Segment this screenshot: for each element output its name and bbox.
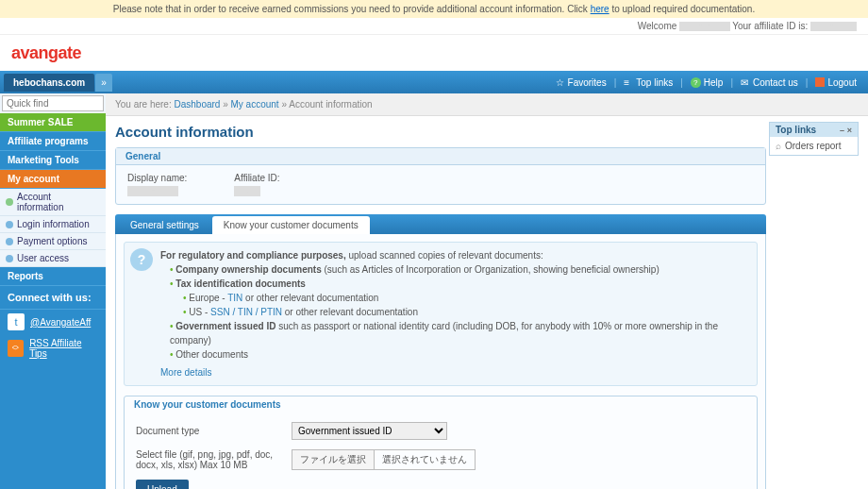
tab-general[interactable]: General settings (119, 216, 210, 234)
site-tab-add[interactable]: » (95, 74, 112, 92)
nav-logout[interactable]: Logout (815, 77, 857, 88)
sub-payment[interactable]: Payment options (0, 233, 106, 250)
search-icon (776, 141, 781, 151)
dot-icon (6, 221, 13, 228)
display-name-value: x (127, 186, 178, 196)
tin-link[interactable]: TIN (227, 293, 242, 303)
sub-account-info[interactable]: Account information (0, 189, 106, 216)
info-box: ? For regulatory and compliance purposes… (124, 242, 758, 386)
welcome-affid: xx (810, 22, 857, 31)
connect-rss[interactable]: ⌔RSS Affiliate Tips (0, 334, 106, 363)
toplinks-panel: Top links– × Orders report (769, 122, 859, 156)
nav-contact[interactable]: Contact us (741, 77, 798, 88)
nav-favorites[interactable]: Favorites (556, 77, 607, 88)
more-details-link[interactable]: More details (160, 365, 211, 379)
list-icon (624, 77, 633, 87)
sidebar-item-affiliate[interactable]: Affiliate programs (0, 132, 106, 151)
toplinks-min[interactable]: – (840, 126, 844, 135)
nav-help[interactable]: ?Help (691, 77, 724, 88)
sidebar: Summer SALE Affiliate programs Marketing… (0, 93, 106, 489)
notice-text-after: to upload required documentation. (609, 4, 756, 14)
sidebar-item-marketing[interactable]: Marketing Tools (0, 151, 106, 170)
site-tab[interactable]: hebochans.com (4, 74, 94, 92)
tabs: General settings Know your customer docu… (115, 214, 766, 234)
doctype-label: Document type (136, 426, 292, 436)
general-header: General (116, 148, 765, 165)
ssn-link[interactable]: SSN / TIN / PTIN (210, 307, 282, 317)
tab-kyc[interactable]: Know your customer documents (212, 216, 370, 234)
sidebar-item-myaccount[interactable]: My account (0, 170, 106, 189)
notice-bar: Please note that in order to receive ear… (0, 0, 868, 18)
sidebar-item-reports[interactable]: Reports (0, 267, 106, 286)
notice-text: Please note that in order to receive ear… (113, 4, 591, 14)
logout-icon (815, 77, 825, 87)
sub-user-access[interactable]: User access (0, 250, 106, 267)
star-icon (556, 77, 565, 87)
quickfind-input[interactable] (2, 95, 104, 111)
breadcrumb: You are here: Dashboard » My account » A… (106, 93, 868, 116)
file-input[interactable]: ファイルを選択選択されていません (292, 449, 476, 470)
quickfind (0, 93, 106, 113)
logo: avangate (11, 43, 81, 63)
page-title: Account information (115, 124, 859, 140)
bc-dashboard[interactable]: Dashboard (174, 99, 220, 110)
connect-title: Connect with us: (0, 286, 106, 310)
header: avangate (0, 35, 868, 71)
file-label: Select file (gif, png, jpg, pdf, doc, do… (136, 449, 292, 470)
info-icon: ? (130, 248, 153, 271)
dot-icon (6, 255, 13, 262)
help-icon: ? (691, 77, 701, 88)
welcome-bar: Welcome xxx Your affiliate ID is: xx (0, 18, 868, 35)
general-panel: General Display name:x Affiliate ID:x (115, 147, 766, 205)
kyc-upload-panel: Know your customer documents Document ty… (124, 396, 758, 489)
mail-icon (741, 77, 750, 87)
toplinks-title: Top links (776, 125, 816, 135)
nav-toplinks[interactable]: Top links (624, 77, 673, 88)
connect-twitter[interactable]: t@AvangateAff (0, 310, 106, 334)
rss-icon: ⌔ (8, 340, 24, 357)
topbar: hebochans.com » Favorites| Top links| ?H… (0, 71, 868, 93)
welcome-user: xxx (679, 22, 730, 31)
sidebar-item-sale[interactable]: Summer SALE (0, 113, 106, 132)
notice-link[interactable]: here (591, 4, 609, 14)
dot-icon (6, 238, 13, 245)
doctype-select[interactable]: Government issued ID (292, 422, 447, 440)
affid-label: Affiliate ID: (234, 173, 279, 183)
upload-button[interactable]: Upload (136, 480, 189, 489)
toplinks-item[interactable]: Orders report (776, 141, 852, 151)
display-name-label: Display name: (127, 173, 187, 183)
bc-myaccount[interactable]: My account (231, 99, 279, 110)
bc-current: Account information (289, 99, 372, 110)
dot-icon (6, 198, 13, 206)
toplinks-close[interactable]: × (847, 126, 852, 135)
twitter-icon: t (8, 313, 25, 330)
sub-login-info[interactable]: Login information (0, 216, 106, 233)
affid-value: x (234, 186, 260, 196)
